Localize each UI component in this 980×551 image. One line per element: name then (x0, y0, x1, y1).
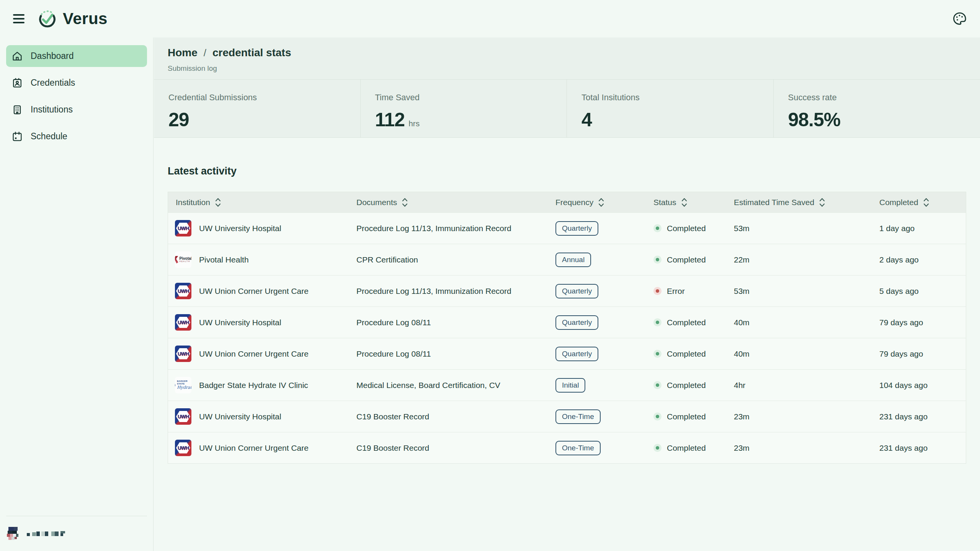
table-row[interactable]: BADGER STATEHydrate Badger State Hydrate… (168, 369, 966, 401)
frequency-badge: Annual (555, 253, 591, 267)
column-header[interactable]: Estimated Time Saved (734, 198, 814, 207)
institution-name: UW University Hospital (199, 224, 281, 233)
completed-time: 231 days ago (879, 412, 928, 421)
institution-name: UW University Hospital (199, 318, 281, 327)
completed-time: 79 days ago (879, 318, 923, 327)
documents-list: CPR Certification (356, 255, 418, 264)
status-dot (653, 287, 662, 295)
column-header[interactable]: Frequency (555, 198, 593, 207)
status-dot (653, 350, 662, 358)
home-icon (11, 51, 23, 62)
id-card-icon (11, 77, 23, 89)
status-label: Completed (667, 412, 706, 421)
status-dot (653, 256, 662, 264)
stats-band: Credential Submissions 29 Time Saved 112… (154, 80, 980, 138)
calendar-icon (11, 131, 23, 142)
documents-list: Medical License, Board Certification, CV (356, 381, 500, 390)
status-label: Completed (667, 381, 706, 390)
column-header[interactable]: Status (653, 198, 676, 207)
status-dot (653, 381, 662, 389)
institution-name: UW University Hospital (199, 412, 281, 421)
estimated-time-saved: 23m (734, 443, 750, 452)
institution-logo: BADGER STATEHydrate (175, 377, 191, 393)
status-label: Completed (667, 255, 706, 264)
sidebar-item-schedule[interactable]: Schedule (6, 126, 147, 147)
completed-time: 104 days ago (879, 381, 928, 390)
institution-name: Badger State Hydrate IV Clinic (199, 381, 308, 390)
table-row[interactable]: UWH UW University Hospital C19 Booster R… (168, 401, 966, 432)
institution-logo: UWH (175, 314, 191, 331)
menu-icon[interactable] (13, 14, 24, 23)
column-header[interactable]: Institution (176, 198, 210, 207)
page-header: Home / credential stats Submission log (154, 37, 980, 80)
column-header[interactable]: Documents (356, 198, 397, 207)
sort-icon[interactable] (923, 197, 929, 208)
table-row[interactable]: UWH UW University Hospital Procedure Log… (168, 306, 966, 338)
sidebar-item-dashboard[interactable]: Dashboard (6, 45, 147, 67)
brand[interactable]: Verus (38, 9, 108, 28)
documents-list: Procedure Log 08/11 (356, 349, 431, 358)
stat-value: 98.5% (788, 109, 841, 131)
breadcrumb-separator: / (204, 47, 206, 59)
palette-icon[interactable] (952, 11, 967, 26)
table-row[interactable]: UWH UW University Hospital Procedure Log… (168, 212, 966, 244)
status-dot (653, 444, 662, 452)
frequency-badge: Quarterly (555, 347, 598, 361)
institution-logo: UWH (175, 440, 191, 456)
sort-icon[interactable] (681, 197, 688, 208)
completed-time: 5 days ago (879, 287, 919, 295)
sidebar-item-credentials[interactable]: Credentials (6, 72, 147, 94)
stat-label: Time Saved (375, 93, 567, 103)
breadcrumb-current: credential stats (212, 47, 291, 59)
stat-unit: hrs (408, 119, 420, 128)
table-row[interactable]: UWH UW Union Corner Urgent Care Procedur… (168, 275, 966, 306)
completed-time: 79 days ago (879, 349, 923, 358)
stat-card: Credential Submissions 29 (154, 80, 361, 137)
sidebar-footer (6, 516, 147, 551)
stat-label: Success rate (788, 93, 980, 103)
completed-time: 1 day ago (879, 224, 915, 233)
frequency-badge: Quarterly (555, 221, 598, 236)
sort-icon[interactable] (819, 197, 825, 208)
verus-logo-icon (38, 9, 57, 28)
status-label: Completed (667, 224, 706, 233)
institution-logo: UWH (175, 283, 191, 299)
table-row[interactable]: UWH UW Union Corner Urgent Care Procedur… (168, 338, 966, 369)
estimated-time-saved: 53m (734, 224, 750, 233)
footer-wordmark (26, 528, 91, 539)
institution-name: UW Union Corner Urgent Care (199, 349, 309, 359)
footer-logo (6, 526, 21, 541)
documents-list: C19 Booster Record (356, 443, 429, 452)
stat-card: Time Saved 112 hrs (361, 80, 567, 137)
status-label: Completed (667, 443, 706, 453)
estimated-time-saved: 40m (734, 318, 750, 327)
sort-icon[interactable] (402, 197, 408, 208)
table-row[interactable]: PivotalHEALTH Pivotal Health CPR Certifi… (168, 244, 966, 275)
table-row[interactable]: UWH UW Union Corner Urgent Care C19 Boos… (168, 432, 966, 463)
status-dot (653, 412, 662, 421)
frequency-badge: One-Time (555, 409, 601, 424)
estimated-time-saved: 53m (734, 287, 750, 295)
content: Home / credential stats Submission log C… (154, 37, 980, 551)
sort-icon[interactable] (215, 197, 221, 208)
frequency-badge: One-Time (555, 441, 601, 455)
estimated-time-saved: 23m (734, 412, 750, 421)
sidebar: Dashboard Credentials Institutions Sched… (0, 37, 154, 551)
sidebar-item-institutions[interactable]: Institutions (6, 99, 147, 121)
estimated-time-saved: 40m (734, 349, 750, 358)
institution-logo: PivotalHEALTH (175, 251, 191, 268)
activity-table: Institution Documents Frequency Status E… (168, 192, 966, 464)
column-header[interactable]: Completed (879, 198, 918, 207)
status-label: Error (667, 287, 685, 296)
status-label: Completed (667, 318, 706, 327)
breadcrumb: Home / credential stats (168, 47, 966, 59)
sort-icon[interactable] (598, 197, 604, 208)
breadcrumb-home[interactable]: Home (168, 47, 198, 59)
estimated-time-saved: 22m (734, 255, 750, 264)
stat-label: Total Insitutions (581, 93, 773, 103)
app-title: Verus (63, 10, 108, 28)
stat-card: Success rate 98.5% (774, 80, 980, 137)
institution-logo: UWH (175, 408, 191, 425)
completed-time: 231 days ago (879, 443, 928, 452)
institution-name: Pivotal Health (199, 255, 249, 264)
